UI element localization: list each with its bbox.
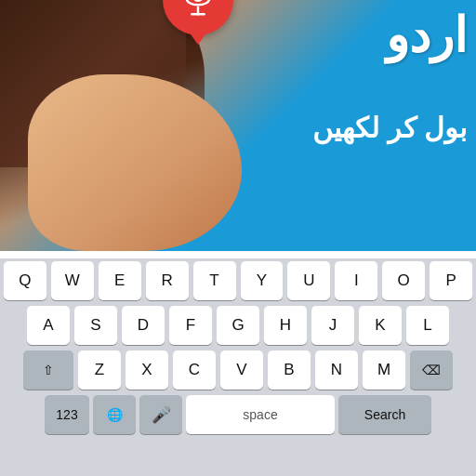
key-c[interactable]: C [173,350,216,390]
key-h[interactable]: H [264,306,307,345]
app-banner: اردو بول کر لکھیں [0,0,476,251]
space-key[interactable]: space [186,395,335,434]
key-x[interactable]: X [126,350,168,390]
key-a[interactable]: A [27,306,70,345]
shift-key[interactable]: ⇧ [23,350,73,390]
keyboard: Q W E R T Y U I O P A S D F G H J K L ⇧ … [0,258,476,476]
key-m[interactable]: M [363,350,405,390]
microphone-icon [180,0,216,20]
key-g[interactable]: G [217,306,259,345]
key-y[interactable]: Y [241,261,284,300]
globe-key[interactable]: 🌐 [93,395,136,434]
key-l[interactable]: L [406,306,449,345]
key-k[interactable]: K [359,306,402,345]
key-t[interactable]: T [193,261,236,300]
key-p[interactable]: P [430,261,472,300]
key-e[interactable]: E [99,261,141,300]
keyboard-row-2: A S D F G H J K L [0,303,476,348]
search-key[interactable]: Search [338,395,431,434]
key-w[interactable]: W [51,261,94,300]
backspace-key[interactable]: ⌫ [410,350,453,390]
key-b[interactable]: B [268,350,311,390]
mic-key-bottom[interactable]: 🎤 [139,395,182,434]
key-j[interactable]: J [311,306,354,345]
numbers-key[interactable]: 123 [45,395,89,434]
key-z[interactable]: Z [78,350,121,390]
key-n[interactable]: N [315,350,358,390]
urdu-title: اردو [386,9,467,62]
key-v[interactable]: V [220,350,263,390]
keyboard-row-bottom: 123 🌐 🎤 space Search [0,392,476,437]
key-r[interactable]: R [146,261,189,300]
key-s[interactable]: S [74,306,117,345]
key-i[interactable]: I [335,261,377,300]
key-o[interactable]: O [382,261,425,300]
key-d[interactable]: D [122,306,165,345]
key-u[interactable]: U [287,261,330,300]
keyboard-row-3: ⇧ Z X C V B N M ⌫ [0,348,476,392]
keyboard-row-1: Q W E R T Y U I O P [0,258,476,303]
key-q[interactable]: Q [4,261,46,300]
urdu-subtitle: بول کر لکھیں [312,112,467,145]
svg-rect-0 [192,0,204,2]
key-f[interactable]: F [169,306,212,345]
